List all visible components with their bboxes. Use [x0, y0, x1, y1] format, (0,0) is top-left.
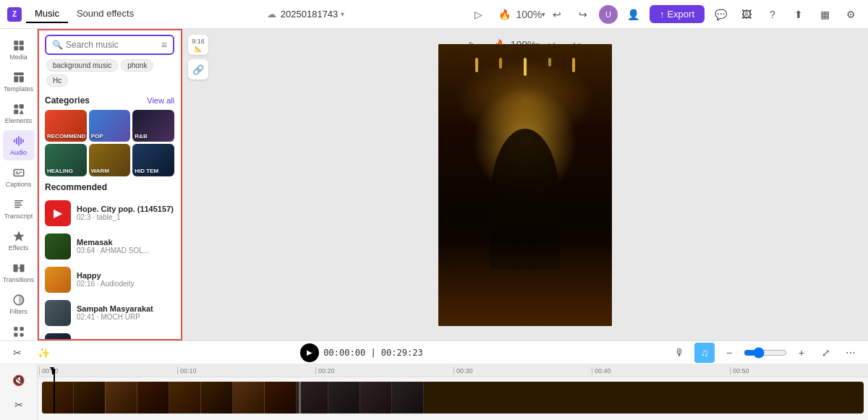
category-warm[interactable]: WARM [89, 144, 131, 176]
minus-icon[interactable]: − [719, 343, 739, 363]
dropdown-arrow: ▾ [341, 10, 344, 18]
settings-icon[interactable]: ⚙ [841, 4, 861, 25]
topbar-tabs: Music Sound effects [26, 5, 142, 23]
cat-label-healing: HEALING [47, 168, 85, 174]
panel-header: 🔍 ≡ background music phonk Hc [38, 29, 182, 90]
svg-rect-17 [15, 172, 18, 173]
mic-icon[interactable]: 🎙 [670, 343, 690, 363]
tag-background[interactable]: background music [46, 59, 118, 72]
timeline-right: 🎙 ♫ − + ⤢ ⋯ [670, 343, 861, 363]
search-input[interactable] [66, 40, 158, 50]
play-icon[interactable]: ▷ [469, 4, 489, 25]
timeline-left-controls: 🔇 ✂ [0, 364, 38, 420]
search-box[interactable]: 🔍 ≡ [45, 35, 174, 55]
timeline-center: ▶ 00:00:00 | 00:29:23 [59, 343, 664, 362]
flame-icon[interactable]: 🔥 [495, 4, 515, 25]
overflow-icon[interactable]: ⋯ [841, 343, 861, 363]
sidebar-label-media: Media [9, 53, 27, 61]
link-control[interactable]: 🔗 [188, 59, 208, 80]
music-item-hope[interactable]: ▶ Hope. City pop. (1145157) 02:3 · table… [45, 197, 174, 230]
filename-display[interactable]: 20250181743 ▾ [281, 9, 345, 20]
music-item-happy[interactable]: Happy 02:16 · Audiodeity [45, 263, 174, 296]
canvas-area: 9:16📐 🔗 ▷ 🔥 100% ▾ ↩ ↪ [182, 29, 868, 340]
svg-rect-27 [14, 327, 17, 330]
zoom-slider[interactable] [744, 347, 787, 359]
app-logo[interactable]: Z [7, 7, 22, 22]
category-recommend[interactable]: RECOMMEND [45, 110, 87, 142]
music-item-memasak[interactable]: Memasak 03:64 · AHMAD SOL... [45, 230, 174, 263]
ruler-mark-2: 00:20 [315, 367, 454, 374]
sidebar-item-templates[interactable]: Templates [3, 67, 35, 97]
sidebar-label-templates: Templates [4, 85, 33, 93]
track-thumb-8 [265, 382, 297, 413]
sidebar-item-brand-kit[interactable]: Brand kit [3, 321, 35, 340]
svg-rect-23 [14, 207, 20, 208]
sidebar-item-filters[interactable]: Filters [3, 289, 35, 320]
categories-title: Categories [45, 95, 90, 106]
category-pop[interactable]: POP [89, 110, 131, 142]
image-icon[interactable]: 🖼 [736, 4, 757, 25]
svg-marker-10 [19, 110, 23, 114]
music-item-sampah[interactable]: Sampah Masyarakat 02:41 · MOCH URP [45, 296, 174, 330]
undo-button[interactable]: ↩ [547, 4, 567, 25]
categories-grid: RECOMMEND POP R&B HEALING WARM HID TEM [45, 110, 174, 176]
search-icon: 🔍 [52, 40, 63, 50]
tab-music[interactable]: Music [26, 5, 68, 23]
sidebar-item-audio[interactable]: Audio [3, 130, 35, 160]
cut-icon[interactable]: ✂ [9, 395, 29, 415]
music-thumb-memasak [45, 233, 71, 260]
category-hidden[interactable]: HID TEM [132, 144, 174, 176]
music-info-happy: Happy 02:16 · Audiodeity [77, 271, 174, 288]
sidebar-item-effects[interactable]: Effects [3, 226, 35, 256]
svg-rect-12 [16, 138, 17, 145]
track-thumb-11 [360, 382, 392, 413]
filter-icon[interactable]: ≡ [161, 39, 167, 51]
comment-icon[interactable]: 💬 [710, 4, 731, 25]
svg-rect-0 [14, 40, 18, 45]
tag-phonk[interactable]: phonk [121, 59, 153, 72]
sidebar-item-captions[interactable]: Captions [3, 162, 35, 192]
user-icon[interactable]: 👤 [624, 4, 644, 25]
sidebar-label-transcript: Transcript [4, 213, 33, 220]
music-title-happy: Happy [77, 271, 174, 280]
help-icon[interactable]: ? [762, 4, 783, 25]
sidebar-label-audio: Audio [10, 149, 27, 156]
timeline-scissors-icon[interactable]: ✂ [7, 343, 27, 363]
svg-rect-2 [14, 46, 18, 51]
timeline-play-button[interactable]: ▶ [300, 343, 319, 362]
music-thumb-sampah [45, 300, 71, 326]
share-icon[interactable]: ⬆ [788, 4, 809, 25]
category-rb[interactable]: R&B [132, 110, 174, 142]
expand-icon[interactable]: ⤢ [816, 343, 836, 363]
main-area: Media Templates Elements Audio Captions … [0, 29, 868, 340]
ruler-mark-1: 00:10 [177, 367, 315, 374]
video-track[interactable] [42, 382, 864, 413]
timeline-magic-icon[interactable]: ✨ [33, 343, 54, 363]
export-button[interactable]: ↑ Export [650, 5, 705, 23]
zoom-control[interactable]: 100% ▾ [521, 4, 541, 25]
layout-icon[interactable]: ▦ [814, 4, 835, 25]
music-thumb-happy [45, 267, 71, 293]
avatar[interactable]: U [599, 5, 618, 24]
track-thumb-5 [169, 382, 201, 413]
tag-hc[interactable]: Hc [46, 74, 68, 87]
mute-icon[interactable]: 🔇 [9, 370, 29, 390]
tab-sound-effects[interactable]: Sound effects [68, 5, 142, 23]
sidebar-item-transcript[interactable]: Transcript [3, 194, 35, 224]
sidebar-item-transitions[interactable]: Transitions [3, 257, 35, 288]
track-thumb-12 [392, 382, 424, 413]
frames-control[interactable]: 9:16📐 [188, 35, 208, 55]
time-display: 00:00:00 | 00:29:23 [323, 348, 422, 358]
category-healing[interactable]: HEALING [45, 144, 87, 176]
music-item-undetectable[interactable]: Undetectable 02:05 · Abu Amar [45, 330, 174, 340]
topbar: Z Music Sound effects ☁ 20250181743 ▾ ▷ … [0, 0, 868, 29]
sidebar-item-elements[interactable]: Elements [3, 98, 35, 129]
track-thumb-2 [74, 382, 106, 413]
sidebar-item-media[interactable]: Media [3, 35, 35, 65]
timeline: ✂ ✨ ▶ 00:00:00 | 00:29:23 🎙 ♫ − + ⤢ ⋯ 🔇 … [0, 340, 868, 420]
view-all-link[interactable]: View all [147, 96, 174, 105]
redo-button[interactable]: ↪ [573, 4, 593, 25]
music-wave-icon[interactable]: ♫ [694, 343, 715, 363]
music-thumb-hope: ▶ [45, 200, 71, 226]
plus-icon[interactable]: + [791, 343, 812, 363]
